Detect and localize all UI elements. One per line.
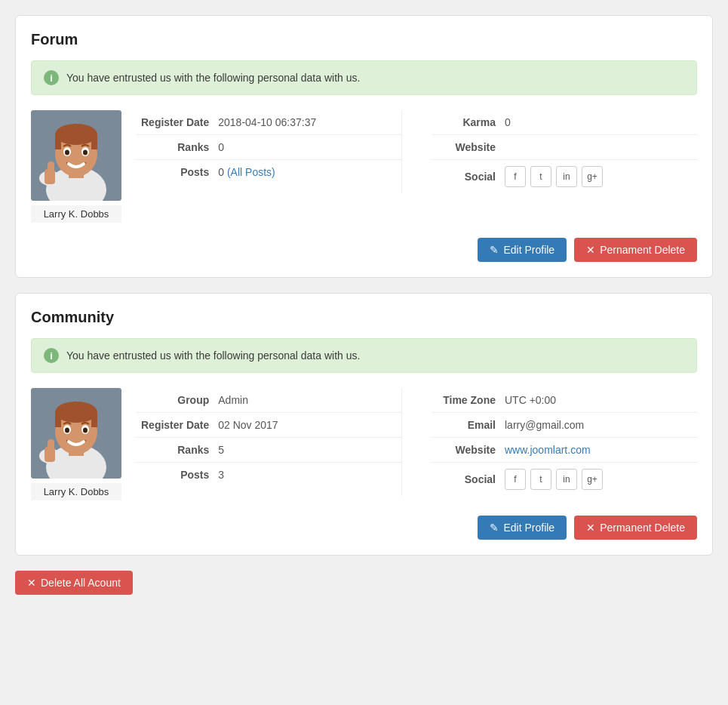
label-email: Email	[432, 413, 500, 438]
forum-profile-section: Larry K. Dobbs Register Date 2018-04-10 …	[31, 110, 697, 223]
all-posts-link[interactable]: (All Posts)	[227, 166, 275, 178]
label-ranks-community: Ranks	[137, 438, 213, 463]
forum-info-columns: Register Date 2018-04-10 06:37:37 Ranks …	[137, 110, 697, 193]
value-posts: 0 (All Posts)	[213, 160, 401, 185]
times-icon-all: ✕	[27, 577, 36, 589]
forum-delete-button[interactable]: ✕ Pernament Delete	[574, 238, 697, 262]
value-social-community: f t in g+	[500, 463, 697, 497]
svg-point-10	[83, 150, 88, 155]
svg-point-18	[55, 402, 97, 423]
forum-avatar-name: Larry K. Dobbs	[31, 205, 121, 223]
svg-rect-19	[55, 412, 61, 427]
community-title: Community	[31, 309, 697, 326]
edit-icon-community: ✎	[490, 522, 499, 534]
table-row: Posts 3	[137, 463, 401, 488]
value-email: larry@gmail.com	[500, 413, 697, 438]
community-info-columns: Group Admin Register Date 02 Nov 2017 Ra…	[137, 388, 697, 496]
forum-avatar-image	[31, 110, 121, 201]
svg-rect-5	[55, 134, 61, 149]
table-row: Ranks 0	[137, 135, 401, 160]
svg-rect-27	[48, 439, 54, 450]
community-info-left: Group Admin Register Date 02 Nov 2017 Ra…	[137, 388, 401, 496]
svg-rect-13	[48, 162, 54, 172]
label-website-community: Website	[432, 438, 500, 463]
forum-action-row: ✎ Edit Profile ✕ Pernament Delete	[31, 238, 697, 262]
community-delete-button[interactable]: ✕ Permanent Delete	[574, 516, 697, 540]
facebook-icon-community[interactable]: f	[505, 469, 526, 490]
community-avatar-block: Larry K. Dobbs	[31, 388, 121, 500]
table-row: Email larry@gmail.com	[432, 413, 697, 438]
forum-alert-text: You have entrusted us with the following…	[66, 72, 360, 84]
value-social: f t in g+	[500, 160, 697, 194]
forum-social-icons: f t in g+	[505, 166, 693, 187]
table-row: Karma 0	[432, 110, 697, 135]
value-group: Admin	[213, 388, 401, 413]
value-website	[500, 135, 697, 160]
label-social: Social	[432, 160, 500, 194]
label-timezone: Time Zone	[432, 388, 500, 413]
label-social-community: Social	[432, 463, 500, 497]
label-group: Group	[137, 388, 213, 413]
svg-rect-6	[91, 134, 97, 149]
delete-all-button[interactable]: ✕ Delete All Acount	[15, 571, 133, 595]
community-alert-text: You have entrusted us with the following…	[66, 349, 360, 362]
svg-point-4	[55, 124, 97, 145]
community-right-table: Time Zone UTC +0:00 Email larry@gmail.co…	[432, 388, 697, 496]
forum-avatar-svg	[31, 110, 121, 201]
info-icon-community: i	[44, 348, 59, 363]
community-avatar-image	[31, 388, 121, 479]
community-action-row: ✎ Edit Profile ✕ Permanent Delete	[31, 516, 697, 540]
forum-right-table: Karma 0 Website Social f t in	[432, 110, 697, 193]
times-icon-community: ✕	[586, 522, 595, 534]
table-row: Website www.joomlart.com	[432, 438, 697, 463]
label-posts: Posts	[137, 160, 213, 185]
table-row: Group Admin	[137, 388, 401, 413]
label-website: Website	[432, 135, 500, 160]
svg-point-23	[65, 428, 69, 433]
community-info-right: Time Zone UTC +0:00 Email larry@gmail.co…	[401, 388, 697, 496]
edit-icon: ✎	[490, 244, 499, 256]
label-ranks: Ranks	[137, 135, 213, 160]
googleplus-icon-community[interactable]: g+	[582, 469, 603, 490]
forum-card: Forum i You have entrusted us with the f…	[15, 15, 713, 278]
svg-rect-20	[91, 412, 97, 427]
forum-avatar-block: Larry K. Dobbs	[31, 110, 121, 223]
table-row: Time Zone UTC +0:00	[432, 388, 697, 413]
forum-alert: i You have entrusted us with the followi…	[31, 60, 697, 95]
label-karma: Karma	[432, 110, 500, 135]
value-ranks: 0	[213, 135, 401, 160]
table-row: Register Date 2018-04-10 06:37:37	[137, 110, 401, 135]
community-alert: i You have entrusted us with the followi…	[31, 338, 697, 373]
twitter-icon-community[interactable]: t	[530, 469, 551, 490]
value-register-date-community: 02 Nov 2017	[213, 413, 401, 438]
table-row: Website	[432, 135, 697, 160]
community-profile-section: Larry K. Dobbs Group Admin Register Date…	[31, 388, 697, 500]
forum-left-table: Register Date 2018-04-10 06:37:37 Ranks …	[137, 110, 401, 184]
table-row: Social f t in g+	[432, 463, 697, 497]
forum-edit-profile-button[interactable]: ✎ Edit Profile	[478, 238, 567, 262]
facebook-icon[interactable]: f	[505, 166, 526, 187]
value-website-community: www.joomlart.com	[500, 438, 697, 463]
label-posts-community: Posts	[137, 463, 213, 488]
label-register-date-community: Register Date	[137, 413, 213, 438]
value-ranks-community: 5	[213, 438, 401, 463]
linkedin-icon[interactable]: in	[556, 166, 577, 187]
website-link[interactable]: www.joomlart.com	[505, 444, 591, 456]
twitter-icon[interactable]: t	[530, 166, 551, 187]
googleplus-icon[interactable]: g+	[582, 166, 603, 187]
value-timezone: UTC +0:00	[500, 388, 697, 413]
info-icon: i	[44, 70, 59, 85]
forum-info-left: Register Date 2018-04-10 06:37:37 Ranks …	[137, 110, 401, 193]
forum-info-right: Karma 0 Website Social f t in	[401, 110, 697, 193]
bottom-action-row: ✕ Delete All Acount	[15, 571, 713, 595]
forum-title: Forum	[31, 31, 697, 48]
value-karma: 0	[500, 110, 697, 135]
linkedin-icon-community[interactable]: in	[556, 469, 577, 490]
table-row: Social f t in g+	[432, 160, 697, 194]
value-register-date: 2018-04-10 06:37:37	[213, 110, 401, 135]
table-row: Posts 0 (All Posts)	[137, 160, 401, 185]
svg-point-24	[83, 428, 88, 433]
table-row: Ranks 5	[137, 438, 401, 463]
community-avatar-name: Larry K. Dobbs	[31, 483, 121, 500]
community-edit-profile-button[interactable]: ✎ Edit Profile	[478, 516, 567, 540]
